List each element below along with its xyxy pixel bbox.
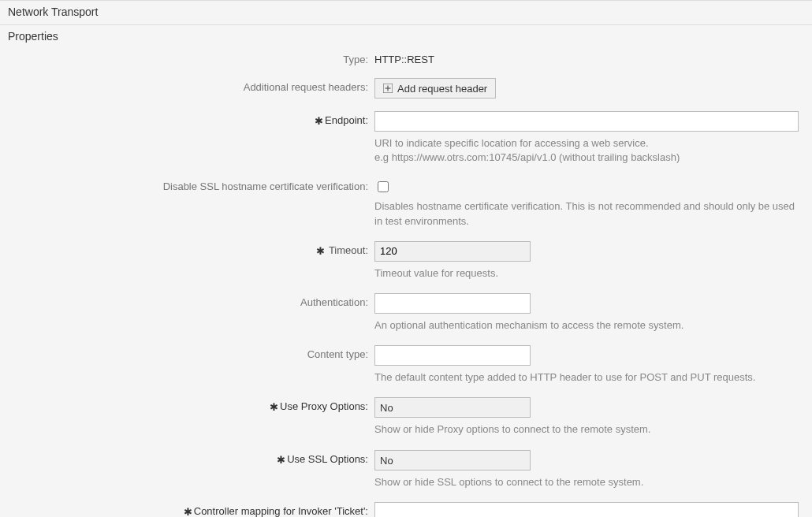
auth-help: An optional authentication mechanism to …	[374, 318, 804, 333]
use-proxy-select[interactable]: No	[374, 397, 531, 418]
timeout-help: Timeout value for requests.	[374, 266, 804, 281]
content-type-input[interactable]	[374, 345, 531, 366]
endpoint-input[interactable]	[374, 111, 799, 132]
add-request-header-label: Add request header	[397, 83, 487, 95]
timeout-input[interactable]	[374, 241, 531, 262]
type-label: Type:	[0, 49, 374, 65]
properties-title: Properties	[0, 25, 812, 49]
proxy-help: Show or hide Proxy options to connect to…	[374, 422, 804, 437]
auth-label: Authentication:	[0, 292, 374, 308]
timeout-label: ✱ Timeout:	[0, 240, 374, 256]
content-type-help: The default content type added to HTTP h…	[374, 370, 804, 385]
endpoint-help: URI to indicate specific location for ac…	[374, 136, 804, 165]
content-type-label: Content type:	[0, 344, 374, 360]
plus-icon	[383, 84, 393, 93]
add-request-header-button[interactable]: Add request header	[374, 78, 496, 99]
properties-form: Type: HTTP::REST Additional request head…	[0, 49, 812, 517]
controller-map-input[interactable]	[374, 502, 799, 517]
ssl-label: ✱Use SSL Options:	[0, 448, 374, 465]
proxy-label: ✱Use Proxy Options:	[0, 396, 374, 412]
disable-ssl-help: Disables hostname certificate verificati…	[374, 199, 804, 228]
type-value: HTTP::REST	[374, 50, 812, 65]
add-headers-label: Additional request headers:	[0, 76, 374, 93]
disable-ssl-label: Disable SSL hostname certificate verific…	[0, 176, 374, 192]
endpoint-label: ✱Endpoint:	[0, 110, 374, 126]
section-title: Network Transport	[0, 1, 812, 25]
use-ssl-select[interactable]: No	[374, 450, 531, 471]
auth-input[interactable]	[374, 293, 531, 314]
ssl-help: Show or hide SSL options to connect to t…	[374, 475, 804, 489]
controller-map-label: ✱Controller mapping for Invoker 'Ticket'…	[0, 500, 374, 517]
disable-ssl-checkbox[interactable]	[378, 181, 389, 192]
